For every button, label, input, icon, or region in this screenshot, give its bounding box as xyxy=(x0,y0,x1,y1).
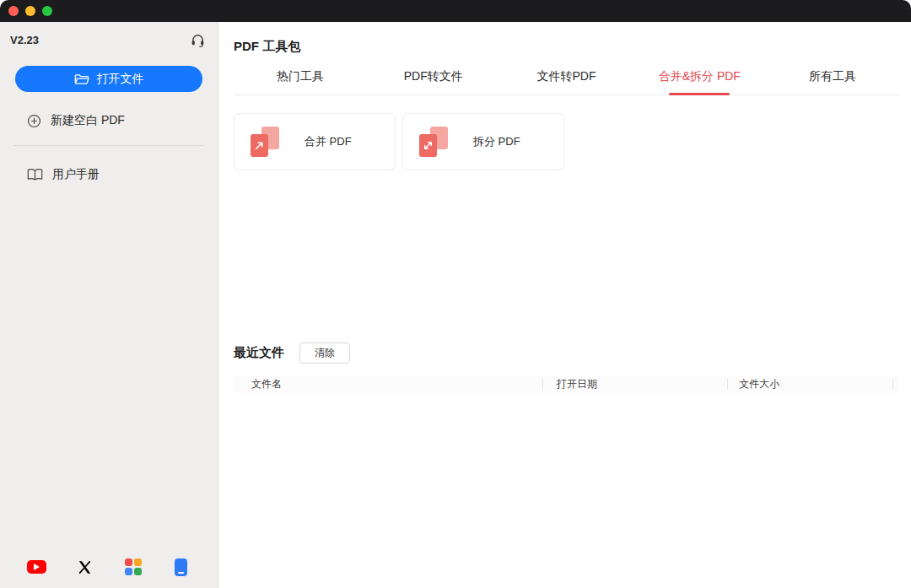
new-blank-pdf-label: 新建空白 PDF xyxy=(51,113,125,128)
tab-pdf-to-file[interactable]: PDF转文件 xyxy=(367,69,500,94)
user-manual-button[interactable]: 用户手册 xyxy=(0,167,218,182)
traffic-lights xyxy=(8,6,52,16)
split-pdf-card[interactable]: 拆分 PDF xyxy=(402,113,564,170)
user-manual-label: 用户手册 xyxy=(52,167,100,182)
tab-bar: 热门工具 PDF转文件 文件转PDF 合并&拆分 PDF 所有工具 xyxy=(234,69,899,95)
tool-label: 合并 PDF xyxy=(305,134,352,149)
column-header-filename: 文件名 xyxy=(234,379,543,390)
table-body-empty xyxy=(234,393,899,588)
tab-popular-tools[interactable]: 热门工具 xyxy=(234,69,367,94)
plus-circle-icon xyxy=(27,114,41,128)
tool-label: 拆分 PDF xyxy=(473,134,520,149)
tab-merge-split-pdf[interactable]: 合并&拆分 PDF xyxy=(633,69,766,94)
new-blank-pdf-button[interactable]: 新建空白 PDF xyxy=(0,113,218,128)
column-header-open-date: 打开日期 xyxy=(543,379,728,390)
sidebar-divider xyxy=(13,145,204,146)
x-icon[interactable] xyxy=(74,557,94,577)
table-header-row: 文件名 打开日期 文件大小 xyxy=(234,375,899,393)
close-button[interactable] xyxy=(8,6,19,16)
tab-file-to-pdf[interactable]: 文件转PDF xyxy=(500,69,633,94)
merge-pdf-icon xyxy=(247,124,283,159)
clear-recent-button[interactable]: 清除 xyxy=(299,343,350,364)
recent-files-table: 文件名 打开日期 文件大小 xyxy=(234,375,899,588)
app-window: V2.23 打开文件 xyxy=(0,0,911,588)
tab-all-tools[interactable]: 所有工具 xyxy=(766,69,899,94)
open-file-button[interactable]: 打开文件 xyxy=(15,66,202,92)
tool-card-grid: 合并 PDF 拆分 PDF xyxy=(234,113,899,170)
recent-files-header: 最近文件 清除 xyxy=(234,343,899,364)
app-version: V2.23 xyxy=(10,34,39,46)
support-headset-icon[interactable] xyxy=(189,31,206,48)
column-header-file-size: 文件大小 xyxy=(728,379,893,390)
merge-pdf-card[interactable]: 合并 PDF xyxy=(234,113,396,170)
open-file-label: 打开文件 xyxy=(97,72,144,87)
open-folder-icon xyxy=(74,73,89,85)
page-title: PDF 工具包 xyxy=(234,39,899,55)
youtube-icon[interactable] xyxy=(26,557,46,577)
social-bar xyxy=(0,557,218,588)
titlebar xyxy=(0,0,911,22)
sidebar: V2.23 打开文件 xyxy=(0,22,218,588)
mobile-app-icon[interactable] xyxy=(171,557,191,577)
zoom-button[interactable] xyxy=(42,6,52,16)
book-icon xyxy=(27,168,43,181)
apps-grid-icon[interactable] xyxy=(123,557,143,577)
main-content: PDF 工具包 热门工具 PDF转文件 文件转PDF 合并&拆分 PDF 所有工… xyxy=(218,22,911,588)
minimize-button[interactable] xyxy=(25,6,35,16)
column-header-spacer xyxy=(893,379,899,390)
recent-files-title: 最近文件 xyxy=(234,345,284,361)
split-pdf-icon xyxy=(416,124,451,159)
